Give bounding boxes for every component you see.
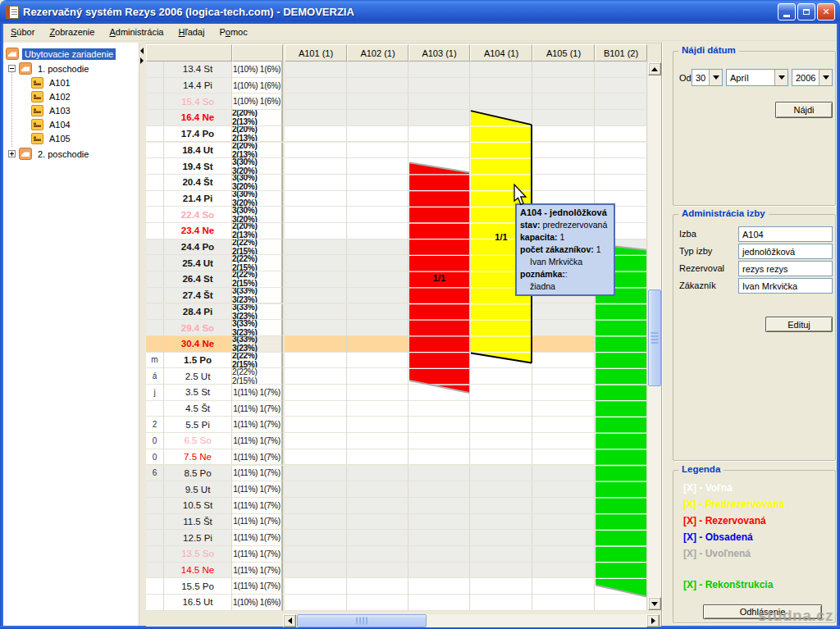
grid-cell-a101-27.4[interactable] — [285, 288, 347, 304]
grid-column-header-b101[interactable]: B101 (2) — [595, 44, 647, 62]
grid-cell-a104-10.5[interactable] — [470, 498, 532, 514]
date-cell[interactable]: 9.5 Ut — [164, 481, 232, 498]
grid-cell-a103-18.4[interactable] — [409, 143, 470, 159]
date-cell[interactable]: 18.4 Ut — [164, 143, 232, 159]
grid-cell-a105-1.5[interactable] — [532, 353, 595, 369]
grid-cell-a102-17.4[interactable] — [347, 126, 409, 143]
grid-cell-a101-20.4[interactable] — [285, 175, 347, 191]
grid-cell-a103-14.4[interactable] — [409, 78, 470, 94]
grid-cell-a101-11.5[interactable] — [285, 514, 347, 531]
date-cell[interactable]: 5.5 Pi — [164, 417, 232, 433]
field-value-zkaznk[interactable]: Ivan Mrkvička — [738, 278, 833, 294]
date-cell[interactable]: 24.4 Po — [164, 239, 232, 256]
date-cell[interactable]: 15.5 Po — [164, 578, 232, 595]
month-dropdown[interactable]: Apríl — [726, 69, 788, 86]
close-button[interactable]: ✕ — [817, 3, 835, 21]
grid-cell-a105-18.4[interactable] — [532, 143, 595, 159]
grid-cell-a103-13.5[interactable] — [409, 546, 470, 563]
grid-cell-a104-2.5[interactable] — [470, 368, 532, 385]
field-value-izba[interactable]: A104 — [738, 226, 833, 242]
grid-cell-a101-30.4[interactable] — [285, 336, 347, 353]
date-cell[interactable]: 1.5 Po — [164, 353, 232, 369]
menu-item-sbor[interactable]: Súbor — [3, 25, 42, 39]
date-cell[interactable]: 3.5 St — [164, 385, 232, 401]
grid-cell-a103-6.5[interactable] — [409, 433, 470, 449]
day-dropdown[interactable]: 30 — [692, 69, 723, 86]
grid-cell-a102-26.4[interactable] — [347, 271, 409, 288]
field-value-typizby[interactable]: jednolôžková — [738, 244, 833, 259]
grid-cell-a101-13.5[interactable] — [285, 546, 347, 563]
grid-cell-a104-3.5[interactable] — [470, 385, 532, 401]
grid-cell-a104-13.4[interactable] — [470, 62, 532, 78]
grid-cell-a102-1.5[interactable] — [347, 353, 409, 369]
grid-cell-a102-10.5[interactable] — [347, 498, 409, 514]
tree-item-room-a104[interactable]: A104 — [31, 117, 73, 131]
grid-cell-a102-14.4[interactable] — [347, 78, 409, 94]
grid-cell-a103-7.5[interactable] — [409, 449, 470, 466]
date-cell[interactable]: 14.5 Ne — [164, 563, 232, 579]
grid-cell-a103-10.5[interactable] — [409, 498, 470, 514]
grid-cell-a102-8.5[interactable] — [347, 466, 409, 482]
grid-cell-b101-18.4[interactable] — [595, 143, 647, 159]
date-cell[interactable]: 27.4 Št — [164, 288, 232, 304]
tree-item-floor-1[interactable]: 1. poschodie — [8, 62, 91, 75]
grid-cell-b101-19.4[interactable] — [595, 158, 647, 175]
grid-cell-a105-7.5[interactable] — [532, 449, 595, 466]
date-cell[interactable]: 15.4 So — [164, 93, 232, 110]
edit-button[interactable]: Edituj — [765, 317, 833, 332]
grid-cell-a105-17.4[interactable] — [532, 126, 595, 143]
grid-cell-a105-5.5[interactable] — [532, 417, 595, 433]
year-dropdown-arrow-icon[interactable] — [819, 70, 832, 85]
date-cell[interactable]: 20.4 Št — [164, 175, 232, 191]
grid-cell-b101-20.4[interactable] — [595, 175, 647, 191]
menu-item-administrcia[interactable]: Administrácia — [102, 25, 171, 39]
grid-cell-a102-30.4[interactable] — [347, 336, 409, 353]
grid-cell-a104-9.5[interactable] — [470, 481, 532, 498]
grid-cell-a101-14.4[interactable] — [285, 78, 347, 94]
date-cell[interactable]: 23.4 Ne — [164, 223, 232, 239]
date-cell[interactable]: 8.5 Po — [164, 466, 232, 482]
grid-cell-a101-3.5[interactable] — [285, 385, 347, 401]
grid-cell-a102-11.5[interactable] — [347, 514, 409, 531]
grid-cell-a105-13.5[interactable] — [532, 546, 595, 563]
day-dropdown-arrow-icon[interactable] — [709, 70, 722, 85]
grid-cell-a101-24.4[interactable] — [285, 239, 347, 256]
grid-cell-a103-11.5[interactable] — [409, 514, 470, 531]
grid-cell-a105-15.4[interactable] — [532, 93, 595, 110]
grid-cell-a101-8.5[interactable] — [285, 466, 347, 482]
scroll-left-button[interactable] — [283, 614, 296, 627]
grid-cell-a102-25.4[interactable] — [347, 255, 409, 271]
scroll-down-button[interactable] — [648, 597, 661, 610]
grid-cell-a105-13.4[interactable] — [532, 62, 595, 78]
grid-cell-a101-2.5[interactable] — [285, 368, 347, 385]
grid-cell-a105-20.4[interactable] — [532, 175, 595, 191]
grid-cell-a101-17.4[interactable] — [285, 126, 347, 143]
grid-cell-a101-9.5[interactable] — [285, 481, 347, 498]
grid-cell-a102-27.4[interactable] — [347, 288, 409, 304]
tree-expander-icon[interactable] — [8, 65, 16, 72]
grid-cell-a101-28.4[interactable] — [285, 304, 347, 321]
grid-cell-a101-18.4[interactable] — [285, 143, 347, 159]
grid-cell-a105-14.5[interactable] — [532, 563, 595, 579]
date-cell[interactable]: 16.4 Ne — [164, 110, 232, 126]
grid-cell-a103-8.5[interactable] — [409, 466, 470, 482]
month-dropdown-arrow-icon[interactable] — [774, 70, 788, 85]
grid-column-header-a101[interactable]: A101 (1) — [285, 44, 347, 62]
grid-cell-a102-13.5[interactable] — [347, 546, 409, 563]
grid-cell-a101-21.4[interactable] — [285, 191, 347, 207]
grid-cell-a102-19.4[interactable] — [347, 158, 409, 175]
grid-cell-a105-16.5[interactable] — [532, 595, 595, 611]
grid-column-header-a103[interactable]: A103 (1) — [409, 44, 470, 62]
date-cell[interactable]: 16.5 Ut — [164, 595, 232, 611]
grid-cell-a103-4.5[interactable] — [409, 401, 470, 417]
scroll-up-button[interactable] — [648, 62, 661, 75]
grid-cell-a103-15.4[interactable] — [409, 93, 470, 110]
grid-cell-a101-19.4[interactable] — [285, 158, 347, 175]
grid-cell-a105-2.5[interactable] — [532, 368, 595, 385]
grid-cell-a101-12.5[interactable] — [285, 530, 347, 546]
grid-cell-a101-16.4[interactable] — [285, 110, 347, 126]
date-cell[interactable]: 25.4 Ut — [164, 255, 232, 271]
date-cell[interactable]: 13.5 So — [164, 546, 232, 563]
grid-cell-a104-14.5[interactable] — [470, 563, 532, 579]
grid-cell-a104-12.5[interactable] — [470, 530, 532, 546]
